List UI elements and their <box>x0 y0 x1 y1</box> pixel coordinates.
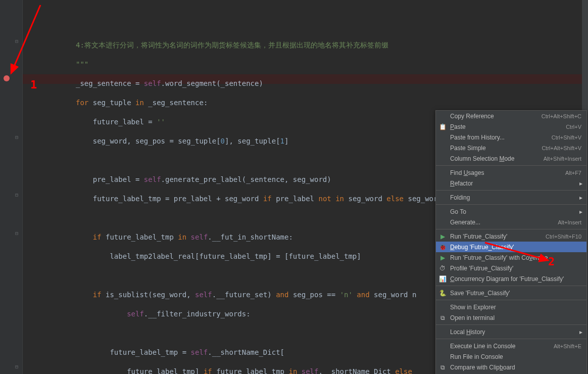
menu-separator <box>436 165 586 166</box>
menu-concurrency[interactable]: 📊Concurrency Diagram for 'Futrue_Classif… <box>436 273 586 284</box>
menu-paste-history[interactable]: Paste from History...Ctrl+Shift+V <box>436 132 586 143</box>
compare-icon: ⧉ <box>439 364 446 371</box>
code-text: pre_label = self.generate_pre_label(_sen… <box>76 175 331 183</box>
python-icon: 🐍 <box>439 290 446 297</box>
menu-separator <box>436 286 586 286</box>
coverage-icon: ▶ <box>439 254 446 261</box>
menu-run-coverage[interactable]: ▶Run 'Futrue_Classify' with Coverage <box>436 252 586 263</box>
run-icon: ▶ <box>439 233 446 240</box>
menu-copy-reference[interactable]: Copy ReferenceCtrl+Alt+Shift+C <box>436 111 586 121</box>
menu-paste[interactable]: 📋PasteCtrl+V <box>436 121 586 132</box>
menu-separator <box>436 300 586 300</box>
menu-execute-line[interactable]: Execute Line in ConsoleAlt+Shift+E <box>436 341 586 351</box>
menu-separator <box>436 229 586 229</box>
code-text: future_label_tmp = self.__shortName_Dict… <box>76 348 284 356</box>
chevron-right-icon: ▸ <box>579 180 582 187</box>
fold-marker[interactable]: ⊟ <box>15 134 20 139</box>
menu-column-selection[interactable]: Column Selection ModeAlt+Shift+Insert <box>436 153 586 164</box>
menu-save[interactable]: 🐍Save 'Futrue_Classify' <box>436 288 586 298</box>
menu-separator <box>436 339 586 339</box>
menu-compare-clipboard[interactable]: ⧉Compare with Clipboard <box>436 362 586 372</box>
menu-folding[interactable]: Folding▸ <box>436 192 586 203</box>
code-text: _seg_sentence = self.word_segment(_sente… <box>76 79 263 87</box>
menu-separator <box>436 204 586 205</box>
code-text: label_tmp2label_real[future_label_tmp] =… <box>76 252 361 260</box>
menu-generate[interactable]: Generate...Alt+Insert <box>436 217 586 227</box>
menu-show-explorer[interactable]: Show in Explorer <box>436 302 586 312</box>
fold-marker[interactable]: ⊟ <box>15 192 20 197</box>
menu-run[interactable]: ▶Run 'Futrue_Classify'Ctrl+Shift+F10 <box>436 231 586 242</box>
chevron-right-icon: ▸ <box>579 208 582 215</box>
code-text: seg_word, seg_pos = seg_tuple[0], seg_tu… <box>76 137 288 145</box>
code-text: for seg_tuple in _seg_sentence: <box>76 99 208 107</box>
menu-profile[interactable]: ⏱Profile 'Futrue_Classify' <box>436 263 586 273</box>
menu-refactor[interactable]: Refactor▸ <box>436 178 586 189</box>
terminal-icon: ⧉ <box>439 314 446 321</box>
menu-separator <box>436 190 586 191</box>
paste-icon: 📋 <box>439 123 446 130</box>
code-text: self.__filter_industry_words: <box>76 310 251 318</box>
code-text: 4:将文本进行分词，将词性为名词的词作为期货标签候选集，并且根据出现的地名将其补… <box>76 41 388 49</box>
annotation-number-1: 1 <box>30 78 37 91</box>
menu-open-terminal[interactable]: ⧉Open in terminal <box>436 312 586 323</box>
concurrency-icon: 📊 <box>439 275 446 283</box>
code-text: if future_label_tmp in self.__fut_in_sho… <box>76 233 293 241</box>
fold-marker[interactable]: ⊟ <box>15 364 20 369</box>
menu-run-file[interactable]: Run File in Console <box>436 351 586 362</box>
chevron-right-icon: ▸ <box>579 194 582 201</box>
menu-separator <box>436 324 586 325</box>
gutter[interactable]: ⊟ ⊟ ⊟ ⊟ ⊟ <box>0 0 23 374</box>
code-text: future_label = '' <box>76 118 165 126</box>
chevron-right-icon: ▸ <box>579 329 582 336</box>
fold-marker[interactable]: ⊟ <box>15 38 20 43</box>
context-menu: Copy ReferenceCtrl+Alt+Shift+C 📋PasteCtr… <box>435 110 587 374</box>
annotation-number-2: 2 <box>548 255 555 268</box>
menu-paste-simple[interactable]: Paste SimpleCtrl+Alt+Shift+V <box>436 143 586 153</box>
profile-icon: ⏱ <box>439 265 446 272</box>
code-text: """ <box>76 60 88 68</box>
code-text: if is_sublist(seg_word, self.__future_se… <box>76 291 416 299</box>
debug-icon: 🐞 <box>439 244 446 251</box>
menu-goto[interactable]: Go To▸ <box>436 206 586 217</box>
menu-find-usages[interactable]: Find UsagesAlt+F7 <box>436 167 586 178</box>
breakpoint-marker[interactable] <box>4 75 10 81</box>
fold-marker[interactable]: ⊟ <box>15 230 20 236</box>
code-text: future_label_tmp = pre_label + seg_word … <box>76 195 442 203</box>
menu-local-history[interactable]: Local History▸ <box>436 326 586 337</box>
code-text: future_label_tmp] if future_label_tmp in… <box>76 367 412 374</box>
menu-debug[interactable]: 🐞Debug 'Futrue_Classify' <box>436 242 586 252</box>
